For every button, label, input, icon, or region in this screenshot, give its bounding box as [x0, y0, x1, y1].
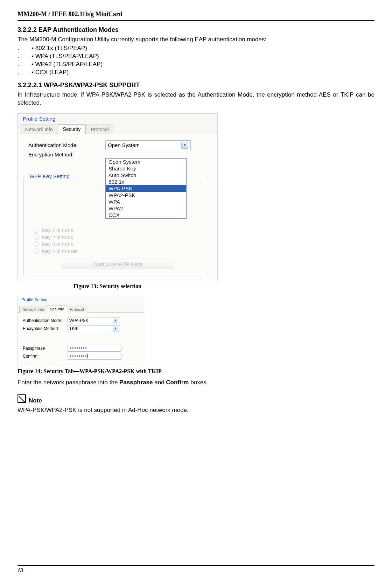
text-cursor-icon	[88, 354, 88, 358]
wep-key-2: Key 2 is not s	[34, 234, 202, 240]
option-shared-key[interactable]: Shared Key	[106, 165, 186, 172]
note-label: Note	[29, 397, 42, 404]
tab-network-info[interactable]: Network Info	[20, 125, 58, 134]
auth-mode-label: Authentication Mode:	[23, 318, 68, 323]
encryption-method-dropdown[interactable]: TKIP ▼	[68, 325, 120, 332]
bullet-text: • CCX (LEAP)	[31, 69, 69, 76]
tab-security[interactable]: Security	[58, 124, 86, 134]
confirm-input[interactable]: ••••••••	[68, 353, 121, 360]
bullet-item: .• WPA (TLS/PEAP/LEAP)	[18, 52, 374, 61]
wep-key-1: Key 1 is not s	[34, 227, 202, 233]
option-auto-switch[interactable]: Auto Switch	[106, 172, 186, 178]
auth-mode-option-list[interactable]: Open System Shared Key Auto Switch 802.1…	[105, 158, 187, 219]
figure-13-caption: Figure 13: Security selection	[74, 283, 374, 289]
option-wpa-psk[interactable]: WPA-PSK	[106, 185, 186, 192]
auth-mode-value: Open System	[108, 142, 140, 148]
option-wpa[interactable]: WPA	[106, 198, 186, 205]
bullet-item: .• 802.1x (TLS/PEAP)	[18, 44, 374, 52]
confirm-label: Confirm:	[23, 354, 68, 359]
text-fragment: Enter the network passphrase into the	[18, 379, 119, 386]
page-header: MM200-M / IEEE 802.11b/g MiniCard	[18, 10, 374, 21]
figure-14-caption: Figure 14: Security Tab—WPA-PSK/WPA2-PSK…	[18, 368, 374, 374]
figure-13-screenshot: Profile Setting Network Info Security Pr…	[18, 113, 218, 281]
auth-mode-dropdown[interactable]: WPA-PSK ▼	[68, 317, 120, 324]
note-text: WPA-PSK/WPA2-PSK is not supported in Ad-…	[18, 406, 374, 414]
radio-icon	[34, 227, 39, 233]
passphrase-label: Passphrase	[23, 346, 68, 351]
tab-protocol[interactable]: Protocol	[67, 306, 87, 313]
radio-icon	[34, 234, 39, 240]
section-heading-eap: 3.2.2.2 EAP Authentication Modes	[18, 26, 374, 34]
wep-key-3: Key 3 is not s	[34, 241, 202, 247]
wep-key-label: Key 2 is not s	[42, 234, 73, 240]
bullet-item: .• CCX (LEAP)	[18, 69, 374, 77]
bullet-text: • 802.1x (TLS/PEAP)	[31, 45, 87, 51]
bullet-item: .• WPA2 (TLS/PEAP/LEAP)	[18, 61, 374, 69]
profile-setting-title: Profile Setting	[18, 296, 144, 302]
passphrase-input[interactable]: ••••••••	[68, 345, 121, 352]
tab-strip: Network Info Security Protocol	[18, 304, 144, 313]
option-8021x[interactable]: 802.1x	[106, 178, 186, 185]
wep-key-4: Key 4 is not set	[34, 248, 202, 254]
radio-icon	[34, 241, 39, 247]
wep-key-label: Key 1 is not s	[42, 227, 73, 233]
option-open-system[interactable]: Open System	[106, 159, 186, 165]
profile-setting-title: Profile Setting	[18, 114, 217, 122]
encryption-method-value: TKIP	[69, 326, 79, 331]
tab-protocol[interactable]: Protocol	[85, 125, 114, 134]
tab-strip: Network Info Security Protocol	[18, 123, 217, 134]
wep-key-label: Key 3 is not s	[42, 241, 73, 247]
configure-wep-keys-button: Configure WEP Keys	[62, 259, 174, 269]
wpapsk-paragraph: In Infrastructure mode, if WPA-PSK/WPA2-…	[18, 91, 374, 107]
bullet-text: • WPA2 (TLS/PEAP/LEAP)	[31, 61, 103, 68]
passphrase-value: ••••••••	[70, 346, 88, 351]
auth-mode-value: WPA-PSK	[69, 318, 88, 323]
encryption-method-label: Encryption Method:	[23, 326, 68, 331]
chevron-down-icon: ▼	[181, 142, 188, 149]
auth-mode-dropdown[interactable]: Open System ▼	[105, 140, 191, 150]
note-icon	[18, 394, 26, 403]
text-fragment: and	[153, 379, 166, 386]
enter-passphrase-text: Enter the network passphrase into the Pa…	[18, 379, 374, 387]
option-wpa2-psk[interactable]: WPA2-PSK	[106, 192, 186, 198]
wep-group-title: WEP Key Setting	[27, 173, 72, 179]
bullet-text: • WPA (TLS/PEAP/LEAP)	[31, 53, 99, 59]
confirm-word: Confirm	[166, 379, 189, 386]
tab-network-info[interactable]: Network Info	[19, 306, 47, 313]
passphrase-word: Passphrase	[119, 379, 153, 386]
text-fragment: boxes.	[189, 379, 208, 386]
radio-icon	[34, 248, 39, 254]
tab-security[interactable]: Security	[47, 306, 67, 313]
page-footer: 13	[18, 565, 374, 574]
confirm-value: ••••••••	[70, 354, 88, 359]
intro-text: The MM200-M Configuration Utility curren…	[18, 36, 374, 44]
option-wpa2[interactable]: WPA2	[106, 205, 186, 212]
chevron-down-icon: ▼	[113, 318, 118, 323]
section-heading-wpapsk: 3.2.2.2.1 WPA-PSK/WPA2-PSK SUPPORT	[18, 82, 374, 89]
option-ccx[interactable]: CCX	[106, 212, 186, 218]
chevron-down-icon: ▼	[113, 326, 118, 331]
wep-key-label: Key 4 is not set	[42, 248, 78, 254]
auth-mode-label: Authentication Mode:	[28, 142, 105, 148]
figure-14-screenshot: Profile Setting Network Info Security Pr…	[18, 296, 144, 366]
encryption-method-label: Encryption Method:	[28, 152, 105, 157]
